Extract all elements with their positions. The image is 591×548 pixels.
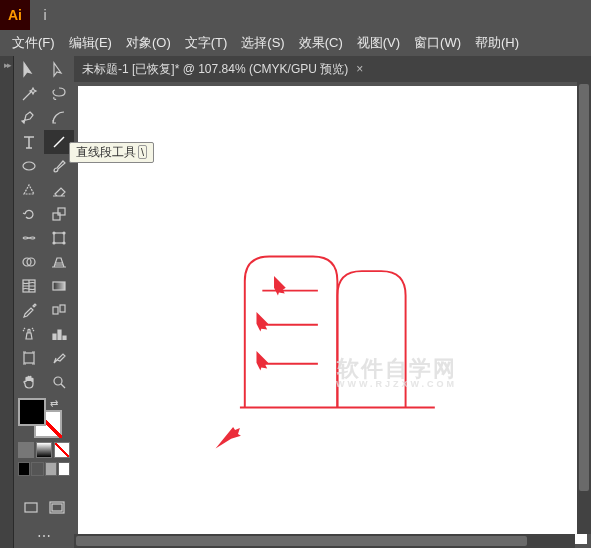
tool-tooltip: 直线段工具\ [69,142,154,163]
svg-point-7 [63,242,65,244]
menu-window[interactable]: 窗口(W) [410,32,465,54]
swap-fill-stroke-icon[interactable]: ⇄ [50,398,62,410]
blend-tool[interactable] [44,298,74,322]
svg-rect-14 [24,353,34,363]
edit-toolbar-button[interactable]: ⋯ [18,524,70,548]
screen-mode-normal[interactable] [18,496,44,520]
menu-help[interactable]: 帮助(H) [471,32,523,54]
info-icon[interactable]: i [30,7,60,23]
menu-edit[interactable]: 编辑(E) [65,32,116,54]
direct-selection-tool[interactable] [44,58,74,82]
eyedropper-tool[interactable] [14,298,44,322]
svg-rect-16 [25,503,37,512]
color-white[interactable] [58,462,70,476]
hand-tool[interactable] [14,370,44,394]
gradient-mode-button[interactable] [36,442,52,458]
screen-mode-full[interactable] [44,496,70,520]
document-tab-bar: 未标题-1 [已恢复]* @ 107.84% (CMYK/GPU 预览) × [74,56,591,82]
tool-panel: ⇄ ⋯ [14,56,74,548]
ellipse-tool[interactable] [14,154,44,178]
color-mode-button[interactable] [18,442,34,458]
magic-wand-tool[interactable] [14,82,44,106]
canvas[interactable]: 软件自学网 WWW.RJZXW.COM [78,86,587,544]
scrollbar-v-thumb[interactable] [579,84,589,491]
close-tab-button[interactable]: × [356,62,363,76]
svg-rect-1 [53,213,60,220]
color-gray[interactable] [45,462,57,476]
menu-object[interactable]: 对象(O) [122,32,175,54]
artboard-tool[interactable] [14,346,44,370]
eraser-tool[interactable] [44,178,74,202]
width-tool[interactable] [14,226,44,250]
svg-point-0 [23,162,35,170]
gradient-tool[interactable] [44,274,74,298]
content-area: 未标题-1 [已恢复]* @ 107.84% (CMYK/GPU 预览) × [74,56,591,548]
document-tab[interactable]: 未标题-1 [已恢复]* @ 107.84% (CMYK/GPU 预览) [82,61,348,78]
selection-tool[interactable] [14,58,44,82]
menu-bar: 文件(F) 编辑(E) 对象(O) 文字(T) 选择(S) 效果(C) 视图(V… [0,30,591,56]
svg-rect-11 [53,282,65,290]
svg-point-15 [54,377,62,385]
title-bar: Ai i [0,0,591,30]
lasso-tool[interactable] [44,82,74,106]
free-transform-tool[interactable] [44,226,74,250]
app-window: Ai i 文件(F) 编辑(E) 对象(O) 文字(T) 选择(S) 效果(C)… [0,0,591,548]
color-dkgray[interactable] [31,462,43,476]
svg-rect-13 [60,305,65,312]
app-logo: Ai [0,0,30,30]
fill-swatch[interactable] [18,398,46,426]
svg-point-5 [63,232,65,234]
color-black[interactable] [18,462,30,476]
pen-tool[interactable] [14,106,44,130]
symbol-sprayer-tool[interactable] [14,322,44,346]
scrollbar-h-thumb[interactable] [76,536,527,546]
color-swatches-panel: ⇄ ⋯ [14,394,74,548]
menu-effect[interactable]: 效果(C) [295,32,347,54]
zoom-tool[interactable] [44,370,74,394]
scale-tool[interactable] [44,202,74,226]
menu-select[interactable]: 选择(S) [237,32,288,54]
screen-mode-row [18,462,70,476]
column-graph-tool[interactable] [44,322,74,346]
type-tool[interactable] [14,130,44,154]
panel-collapse-strip[interactable]: ▸▸ [0,56,14,548]
menu-view[interactable]: 视图(V) [353,32,404,54]
svg-rect-2 [58,208,65,215]
perspective-grid-tool[interactable] [44,250,74,274]
svg-point-6 [53,242,55,244]
menu-file[interactable]: 文件(F) [8,32,59,54]
scrollbar-vertical[interactable] [577,82,591,534]
shape-builder-tool[interactable] [14,250,44,274]
shaper-tool[interactable] [14,178,44,202]
main-area: ▸▸ [0,56,591,548]
fill-stroke-swatch[interactable]: ⇄ [18,398,68,438]
svg-rect-3 [54,233,64,243]
none-mode-button[interactable] [54,442,70,458]
slice-tool[interactable] [44,346,74,370]
collapse-arrows-icon: ▸▸ [4,60,10,70]
mesh-tool[interactable] [14,274,44,298]
watermark: 软件自学网 WWW.RJZXW.COM [336,358,457,389]
svg-rect-12 [53,307,58,314]
rotate-tool[interactable] [14,202,44,226]
scrollbar-horizontal[interactable] [74,534,575,548]
curvature-tool[interactable] [44,106,74,130]
svg-rect-18 [52,504,62,511]
menu-type[interactable]: 文字(T) [181,32,232,54]
artwork [78,86,587,544]
svg-point-4 [53,232,55,234]
